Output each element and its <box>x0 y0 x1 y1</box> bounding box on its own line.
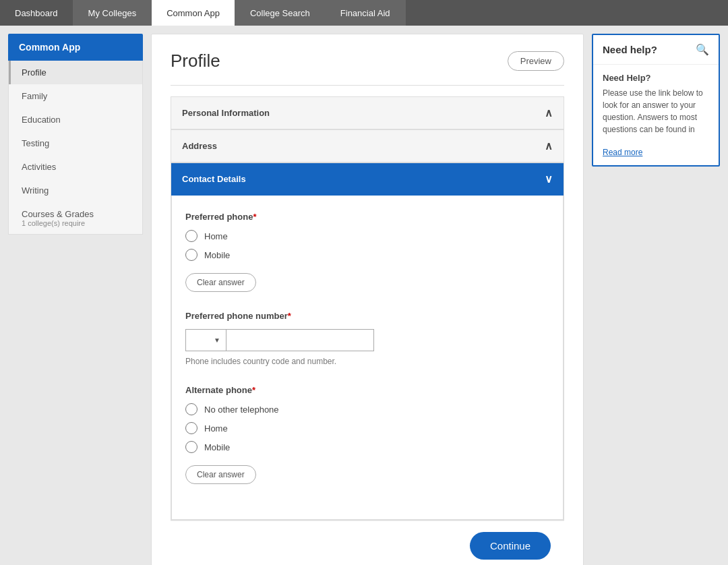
top-nav: Dashboard My Colleges Common App College… <box>0 0 728 26</box>
accordion-header-personal-info[interactable]: Personal Information ∧ <box>171 97 564 129</box>
alternate-phone-home-label: Home <box>204 423 228 434</box>
alternate-phone-label: Alternate phone* <box>185 385 549 395</box>
sidebar-item-testing[interactable]: Testing <box>9 131 142 155</box>
alternate-phone-home-radio[interactable] <box>185 422 198 434</box>
courses-grades-subtext: 1 college(s) require <box>22 219 131 227</box>
page-title: Profile <box>171 51 220 71</box>
accordion-personal-info: Personal Information ∧ <box>171 96 564 130</box>
read-more-link[interactable]: Read more <box>603 148 642 157</box>
alternate-phone-no-other-label: No other telephone <box>204 405 279 415</box>
required-marker-3: * <box>252 385 255 395</box>
alternate-phone-home-option[interactable]: Home <box>185 422 549 434</box>
chevron-up-icon: ∧ <box>545 107 553 119</box>
help-title: Need help? <box>603 44 657 55</box>
preferred-phone-home-radio[interactable] <box>185 230 198 242</box>
clear-preferred-phone-button[interactable]: Clear answer <box>185 273 256 292</box>
sidebar-item-writing[interactable]: Writing <box>9 179 142 202</box>
content-area: Profile Preview Personal Information ∧ A… <box>151 34 584 565</box>
accordion-label-address: Address <box>182 141 217 151</box>
preferred-phone-mobile-radio[interactable] <box>185 249 198 261</box>
help-card: Need help? 🔍 Need Help? Please use the l… <box>592 34 720 167</box>
tab-dashboard[interactable]: Dashboard <box>0 0 73 26</box>
preferred-phone-home-option[interactable]: Home <box>185 230 549 242</box>
alternate-phone-mobile-option[interactable]: Mobile <box>185 441 549 453</box>
tab-college-search[interactable]: College Search <box>235 0 326 26</box>
preview-button[interactable]: Preview <box>508 51 564 71</box>
contact-details-form: Preferred phone* Home Mobile Clear answe… <box>171 196 564 520</box>
alternate-phone-no-other-radio[interactable] <box>185 403 198 415</box>
continue-button[interactable]: Continue <box>470 532 551 560</box>
chevron-up-icon-address: ∧ <box>545 140 553 152</box>
content-inner: Profile Preview Personal Information ∧ A… <box>152 34 583 565</box>
accordion-header-address[interactable]: Address ∧ <box>171 130 564 162</box>
accordion-contact-details: Contact Details ∨ Preferred phone* Home <box>171 162 564 521</box>
phone-country-select[interactable] <box>185 329 226 351</box>
accordion-address: Address ∧ <box>171 129 564 163</box>
sidebar-item-activities[interactable]: Activities <box>9 155 142 179</box>
preferred-phone-number-group: Preferred phone number* Phone includes c… <box>185 311 549 366</box>
sidebar-item-family[interactable]: Family <box>9 84 142 108</box>
required-marker-1: * <box>253 212 256 222</box>
preferred-phone-mobile-option[interactable]: Mobile <box>185 249 549 261</box>
phone-country-wrapper <box>185 329 226 351</box>
alternate-phone-mobile-radio[interactable] <box>185 441 198 453</box>
sidebar-item-courses-grades[interactable]: Courses & Grades 1 college(s) require <box>9 202 142 234</box>
sidebar-item-profile[interactable]: Profile <box>9 61 142 84</box>
phone-hint: Phone includes country code and number. <box>185 357 336 366</box>
preferred-phone-label: Preferred phone* <box>185 212 549 222</box>
help-body: Need Help? Please use the link below to … <box>593 65 719 165</box>
main-layout: Common App Profile Family Education Test… <box>0 26 728 565</box>
search-icon[interactable]: 🔍 <box>696 43 709 56</box>
preferred-phone-group: Preferred phone* Home Mobile Clear answe… <box>185 212 549 292</box>
alternate-phone-no-other-option[interactable]: No other telephone <box>185 403 549 415</box>
clear-alternate-phone-button[interactable]: Clear answer <box>185 465 256 484</box>
continue-row: Continue <box>171 521 564 565</box>
sidebar-header: Common App <box>8 34 143 61</box>
chevron-down-icon-contact: ∨ <box>545 173 553 185</box>
help-panel: Need help? 🔍 Need Help? Please use the l… <box>592 34 720 565</box>
sidebar-item-education[interactable]: Education <box>9 108 142 131</box>
tab-common-app[interactable]: Common App <box>152 0 235 26</box>
preferred-phone-number-label: Preferred phone number* <box>185 311 549 321</box>
phone-number-input[interactable] <box>226 329 374 351</box>
title-divider <box>171 85 564 86</box>
preferred-phone-mobile-label: Mobile <box>204 250 230 260</box>
sidebar-nav: Profile Family Education Testing Activit… <box>8 61 143 235</box>
phone-input-row <box>185 329 549 351</box>
preferred-phone-home-label: Home <box>204 231 228 241</box>
alternate-phone-group: Alternate phone* No other telephone Home <box>185 385 549 484</box>
help-body-text: Please use the link below to look for an… <box>603 87 709 136</box>
sidebar: Common App Profile Family Education Test… <box>8 34 143 565</box>
required-marker-2: * <box>288 311 291 321</box>
accordion-label-personal-info: Personal Information <box>182 108 270 118</box>
help-body-title: Need Help? <box>603 73 709 83</box>
alternate-phone-mobile-label: Mobile <box>204 442 230 452</box>
accordion-header-contact-details[interactable]: Contact Details ∨ <box>171 163 564 196</box>
accordion-label-contact-details: Contact Details <box>182 174 246 184</box>
help-header: Need help? 🔍 <box>593 35 719 65</box>
page-title-row: Profile Preview <box>171 51 564 71</box>
tab-my-colleges[interactable]: My Colleges <box>73 0 152 26</box>
tab-financial-aid[interactable]: Financial Aid <box>326 0 406 26</box>
